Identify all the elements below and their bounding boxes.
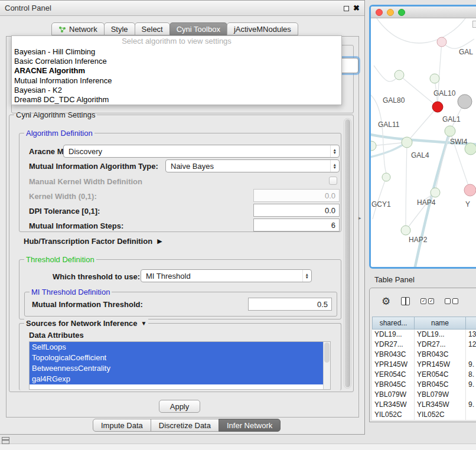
- apply-button[interactable]: Apply: [159, 400, 200, 413]
- sources-header[interactable]: Sources for Network Inference ▼: [24, 319, 148, 328]
- kernel-width-field[interactable]: 0.0: [253, 189, 340, 202]
- collapse-down-icon[interactable]: ▼: [141, 320, 147, 327]
- combo-value: Discovery: [69, 147, 102, 156]
- tab-network[interactable]: Network: [51, 22, 105, 35]
- list-item[interactable]: gal4RGexp: [30, 374, 330, 384]
- table-row[interactable]: YER054C YER054C 8.: [372, 370, 476, 380]
- sources-title: Sources for Network Inference: [26, 319, 138, 328]
- table-cell: YER054C: [372, 370, 415, 380]
- table-row[interactable]: YBL079W YBL079W: [372, 390, 476, 400]
- network-node[interactable]: [401, 226, 410, 235]
- table-cell: YER054C: [415, 370, 466, 380]
- which-threshold-combobox[interactable]: MI Threshold ▲ ▼: [141, 269, 312, 282]
- list-item[interactable]: TopologicalCoefficient: [30, 353, 330, 363]
- table-row[interactable]: YPR145W YPR145W 9.: [372, 360, 476, 370]
- select-all-icon[interactable]: ✓ ✓: [420, 298, 434, 304]
- network-view-window: GAL GAL80 GAL10 GAL11 GAL1 SWI4 GAL4 GCY…: [369, 5, 476, 269]
- close-traffic-light-icon[interactable]: [376, 9, 383, 16]
- scrollbar-thumb[interactable]: [324, 343, 330, 363]
- attributes-list[interactable]: SelfLoops TopologicalCoefficient Between…: [29, 341, 331, 390]
- zoom-traffic-light-icon[interactable]: [398, 9, 405, 16]
- manual-kernel-checkbox[interactable]: [329, 177, 337, 185]
- collapse-right-icon[interactable]: ▶: [157, 237, 162, 245]
- network-node[interactable]: [430, 74, 439, 83]
- scrollbar-thumb[interactable]: [345, 119, 350, 387]
- dropdown-item-selected[interactable]: ARACNE Algorithm: [12, 66, 341, 76]
- dropdown-item[interactable]: Mutual Information Inference: [12, 76, 341, 85]
- aracne-mode-combobox[interactable]: Discovery ▲ ▼: [63, 145, 340, 158]
- tab-jactivemnodules[interactable]: jActiveMNodules: [227, 22, 298, 35]
- dropdown-item[interactable]: Bayesian - Hill Climbing: [12, 47, 341, 56]
- field-value: 6: [331, 221, 335, 230]
- table-cell: YIL052C: [415, 410, 466, 420]
- network-node-gray[interactable]: [458, 94, 472, 109]
- column-header[interactable]: shared...: [372, 317, 415, 330]
- list-item[interactable]: SelfLoops: [30, 342, 330, 353]
- node-label: GAL: [459, 48, 473, 56]
- table-cell: YBL079W: [415, 390, 466, 400]
- node-table: shared... name YDL19... YDL19... 13 YDR2…: [372, 317, 476, 420]
- network-node[interactable]: [437, 37, 446, 47]
- minimize-traffic-light-icon[interactable]: [387, 9, 394, 16]
- network-node[interactable]: [402, 137, 412, 148]
- tab-style[interactable]: Style: [104, 22, 135, 35]
- list-scrollbar[interactable]: [323, 342, 330, 389]
- group-title: Threshold Definition: [24, 255, 96, 264]
- dropdown-placeholder: Select algorithm to view settings: [12, 36, 341, 47]
- network-node-red[interactable]: [432, 102, 443, 112]
- scrollbar-button[interactable]: [472, 21, 476, 28]
- list-item[interactable]: BetweennessCentrality: [30, 363, 330, 374]
- control-panel-titlebar[interactable]: Control Panel ✖: [0, 1, 364, 16]
- table-cell: YLR345W: [372, 400, 415, 410]
- network-node[interactable]: [371, 141, 376, 151]
- table-row[interactable]: YBR045C YBR045C 9.: [372, 380, 476, 390]
- table-row[interactable]: YIL052C YIL052C: [372, 410, 476, 420]
- tab-select[interactable]: Select: [135, 22, 170, 35]
- float-window-icon[interactable]: [344, 6, 349, 11]
- which-threshold-label: Which threshold to use:: [53, 272, 140, 281]
- column-header[interactable]: [466, 317, 476, 330]
- table-row[interactable]: YDR27... YDR27... 12: [372, 340, 476, 350]
- table-cell: 9.: [466, 400, 476, 410]
- gear-icon[interactable]: ⚙: [382, 295, 390, 308]
- network-node[interactable]: [431, 188, 440, 197]
- node-label: GCY1: [371, 200, 391, 208]
- dpi-tolerance-field[interactable]: 0.0: [253, 204, 340, 217]
- table-cell: 8.: [466, 370, 476, 380]
- tab-label: Select: [142, 25, 163, 34]
- spinner-arrows-icon: ▲ ▼: [330, 145, 339, 157]
- window-corner-icon[interactable]: [2, 437, 9, 444]
- close-icon[interactable]: ✖: [353, 4, 360, 12]
- tab-impute-data[interactable]: Impute Data: [93, 419, 151, 432]
- tab-label: Discretize Data: [159, 421, 211, 430]
- table-row[interactable]: YBR043C YBR043C: [372, 350, 476, 360]
- network-node[interactable]: [382, 173, 390, 181]
- mi-steps-field[interactable]: 6: [253, 219, 340, 231]
- horizontal-scrollbar[interactable]: [0, 444, 476, 450]
- table-row[interactable]: YDL19... YDL19... 13: [372, 330, 476, 340]
- network-window-titlebar[interactable]: [371, 6, 476, 18]
- tab-cyni-toolbox[interactable]: Cyni Toolbox: [169, 22, 227, 35]
- column-manager-icon[interactable]: [401, 297, 410, 305]
- dropdown-item[interactable]: Basic Correlation Inference: [12, 56, 341, 66]
- mi-threshold-field[interactable]: 0.5: [248, 298, 332, 311]
- network-node-pink[interactable]: [464, 184, 476, 196]
- table-panel-window: ⚙ ✓ ✓ shared... name YDL19... YDL19... 1…: [369, 288, 476, 422]
- tab-infer-network[interactable]: Infer Network: [219, 419, 281, 432]
- table-cell: 9.: [466, 380, 476, 390]
- deselect-all-icon[interactable]: [445, 298, 458, 304]
- table-row[interactable]: YLR345W YLR345W 9.: [372, 400, 476, 410]
- column-header[interactable]: name: [415, 317, 466, 330]
- network-node[interactable]: [395, 70, 404, 80]
- combo-value: MI Threshold: [146, 272, 191, 281]
- dropdown-item[interactable]: Dream8 DC_TDC Algorithm: [12, 95, 341, 105]
- network-node[interactable]: [445, 126, 455, 136]
- network-canvas[interactable]: GAL GAL80 GAL10 GAL11 GAL1 SWI4 GAL4 GCY…: [371, 18, 476, 267]
- split-pane-arrow-icon[interactable]: ▸: [358, 215, 361, 221]
- settings-scrollbar[interactable]: [344, 118, 351, 389]
- dropdown-item[interactable]: Bayesian - K2: [12, 85, 341, 94]
- hub-definition-section[interactable]: Hub/Transcription Factor Definition ▶: [24, 237, 162, 246]
- tab-discretize-data[interactable]: Discretize Data: [151, 419, 219, 432]
- mi-type-combobox[interactable]: Naive Bayes ▲ ▼: [165, 159, 340, 172]
- infer-network-panel: Select algorithm to view settings Bayesi…: [6, 36, 359, 418]
